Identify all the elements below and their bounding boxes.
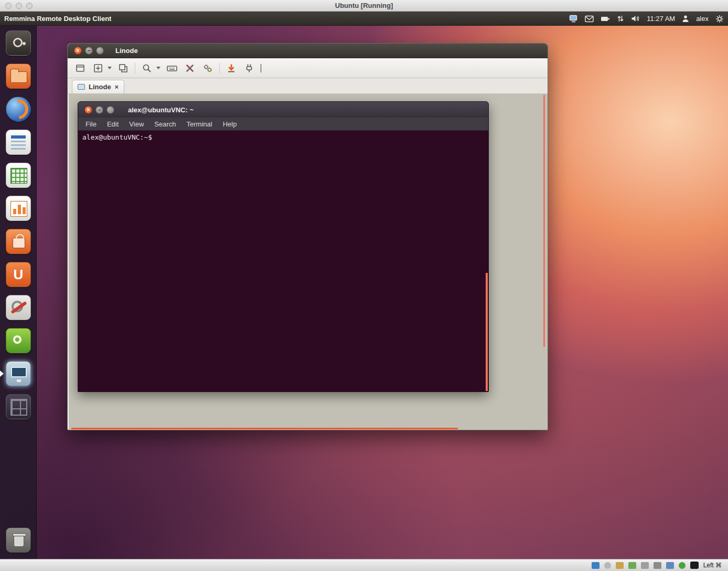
app-menu-title[interactable]: Remmina Remote Desktop Client (4, 12, 111, 26)
remote-desktop-view[interactable]: × – alex@ubuntuVNC: ~ File Edit View Sea… (69, 94, 548, 430)
remmina-applet-icon[interactable] (569, 15, 578, 23)
launcher-software-center[interactable] (6, 229, 31, 254)
fullscreen-icon[interactable] (92, 62, 104, 75)
terminal-window-controls: × – (84, 106, 114, 114)
keyboard-grab-icon[interactable] (166, 62, 178, 75)
host-titlebar: Ubuntu [Running] (0, 0, 728, 12)
remmina-titlebar[interactable]: × – Linode (68, 44, 548, 58)
terminal-titlebar[interactable]: × – alex@ubuntuVNC: ~ (78, 102, 488, 118)
launcher-workspace-switcher[interactable] (6, 394, 31, 419)
session-username[interactable]: alex (696, 15, 709, 23)
tab-linode[interactable]: Linode × (72, 80, 124, 93)
vm-status-bar: Left ⌘ (0, 559, 728, 571)
terminal-body[interactable]: alex@ubuntuVNC:~$ (78, 131, 488, 392)
menu-file[interactable]: File (85, 120, 97, 128)
remote-desktop-icon (11, 367, 27, 377)
menu-terminal[interactable]: Terminal (187, 120, 212, 128)
vm-network-icon[interactable] (628, 562, 636, 569)
vm-optical-disc-icon[interactable] (604, 562, 611, 569)
vm-pen-icon[interactable] (616, 562, 624, 569)
disconnect-icon[interactable] (225, 62, 238, 75)
remmina-window-title: Linode (115, 47, 138, 55)
render-artifact-content-bottom (71, 428, 458, 429)
fit-window-icon[interactable] (74, 62, 87, 75)
vm-virtualization-icon[interactable] (679, 562, 686, 569)
remmina-toolbar (68, 58, 548, 78)
tab-close-icon[interactable]: × (115, 83, 119, 91)
indicator-area: 11:27 AM alex (569, 12, 724, 26)
menu-edit[interactable]: Edit (107, 120, 119, 128)
firefox-icon (4, 95, 33, 123)
folder-icon (10, 71, 27, 83)
toolbar-separator (135, 62, 135, 74)
launcher-files[interactable] (6, 64, 31, 89)
ubuntu-top-panel: Remmina Remote Desktop Client 11:27 AM a… (0, 12, 728, 26)
workspace-grid-icon (10, 399, 27, 416)
menu-help[interactable]: Help (223, 120, 237, 128)
menu-view[interactable]: View (129, 120, 144, 128)
host-key-icon (690, 562, 699, 569)
vm-display-icon[interactable] (592, 562, 599, 569)
vm-usb-icon[interactable] (641, 562, 649, 569)
tab-label: Linode (89, 83, 111, 91)
launcher-libreoffice-impress[interactable] (6, 196, 31, 221)
user-icon[interactable] (682, 15, 689, 23)
duplicate-connection-icon[interactable] (117, 62, 130, 75)
zoom-icon[interactable] (141, 62, 153, 75)
close-button[interactable]: × (74, 47, 82, 55)
terminal-window: × – alex@ubuntuVNC: ~ File Edit View Sea… (78, 101, 489, 392)
launcher-libreoffice-writer[interactable] (6, 130, 31, 155)
session-gear-icon[interactable] (715, 15, 724, 23)
render-artifact-terminal-right (486, 273, 488, 391)
host-key-label: Left ⌘ (703, 562, 722, 569)
menu-search[interactable]: Search (154, 120, 176, 128)
clock-indicator[interactable]: 11:27 AM (647, 15, 675, 23)
vm-shared-folder-icon[interactable] (654, 562, 661, 569)
connection-icon (78, 84, 85, 90)
preferences-icon[interactable] (201, 62, 214, 75)
fullscreen-dropdown-caret[interactable] (108, 67, 112, 69)
trash-icon (14, 535, 24, 547)
close-button[interactable]: × (84, 106, 92, 114)
maximize-button[interactable] (96, 47, 104, 55)
host-window-title: Ubuntu [Running] (0, 0, 728, 12)
tools-icon[interactable] (184, 62, 196, 75)
mail-icon[interactable] (585, 15, 594, 23)
writer-doc-icon (11, 135, 26, 150)
text-caret-artifact (261, 64, 261, 72)
maximize-button[interactable] (106, 106, 114, 114)
launcher-ubuntu-software[interactable] (6, 328, 31, 353)
vm-clipboard-icon[interactable] (666, 562, 674, 569)
terminal-title: alex@ubuntuVNC: ~ (128, 106, 194, 114)
calc-grid-icon (10, 168, 27, 184)
terminal-prompt: alex@ubuntuVNC:~$ (82, 133, 152, 141)
remmina-window-controls: × – (74, 47, 104, 55)
screen: Ubuntu [Running] Remmina Remote Desktop … (0, 0, 728, 571)
minimize-button[interactable]: – (95, 106, 103, 114)
launcher-ubuntu-one[interactable]: U (6, 262, 31, 287)
plug-icon[interactable] (243, 62, 255, 75)
launcher-firefox[interactable] (6, 97, 31, 122)
battery-icon[interactable] (601, 16, 610, 22)
swirl-icon (13, 335, 22, 344)
terminal-menubar: File Edit View Search Terminal Help (78, 118, 488, 131)
shopping-bag-icon (13, 238, 25, 248)
launcher-system-settings[interactable] (6, 295, 31, 320)
desktop-wallpaper: U × – Linode (0, 26, 728, 559)
toolbar-separator (219, 62, 220, 74)
ubuntu-logo-icon (13, 38, 23, 47)
network-sync-icon[interactable] (617, 15, 624, 23)
impress-chart-icon (10, 201, 27, 217)
launcher-libreoffice-calc[interactable] (6, 163, 31, 188)
launcher-trash[interactable] (6, 527, 31, 553)
launcher-remmina[interactable] (6, 361, 31, 386)
unity-launcher: U (0, 26, 37, 559)
launcher-dash-home[interactable] (6, 30, 31, 56)
render-artifact-content-right (543, 95, 545, 347)
zoom-dropdown-caret[interactable] (156, 67, 160, 69)
running-indicator-arrow (0, 371, 4, 377)
remmina-window: × – Linode (67, 43, 548, 430)
remmina-tabbar: Linode × (68, 78, 548, 94)
minimize-button[interactable]: – (85, 47, 93, 55)
volume-icon[interactable] (631, 15, 640, 23)
